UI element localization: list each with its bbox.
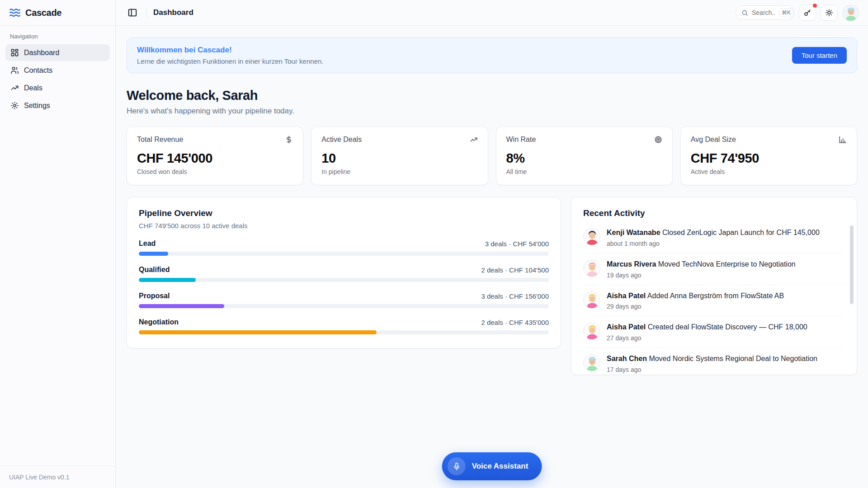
stat-label: Active Deals <box>321 136 362 144</box>
stat-card-win-rate: Win Rate 8% All time <box>496 127 673 185</box>
header-actions: ⌘K <box>736 5 859 21</box>
stat-card-avg-deal-size: Avg Deal Size CHF 74'950 Active deals <box>680 127 857 185</box>
avatar <box>583 228 600 245</box>
activity-item[interactable]: Kenji Watanabe Closed ZenLogic Japan Lau… <box>583 222 845 253</box>
pipeline-subtitle: CHF 749'500 across 10 active deals <box>139 222 549 230</box>
sidebar-item-settings[interactable]: Settings <box>5 97 110 114</box>
sidebar-item-contacts[interactable]: Contacts <box>5 62 110 79</box>
banner-subtitle: Lerne die wichtigsten Funktionen in eine… <box>137 57 323 65</box>
stat-card-active-deals: Active Deals 10 In pipeline <box>311 127 488 185</box>
nav-section-label: Navigation <box>5 33 110 40</box>
voice-assistant-button[interactable]: Voice Assistant <box>442 452 542 480</box>
stat-value: CHF 145'000 <box>137 151 293 166</box>
avatar <box>583 354 600 371</box>
stage-bar-track <box>139 330 549 334</box>
activity-item[interactable]: Aisha Patel Added Anna Bergström from Fl… <box>583 285 845 317</box>
pipeline-overview-card: Pipeline Overview CHF 749'500 across 10 … <box>127 197 561 348</box>
search-input[interactable] <box>752 9 775 16</box>
voice-assistant-label: Voice Assistant <box>472 462 528 471</box>
activity-scrollbar-thumb[interactable] <box>850 225 854 304</box>
stage-label: Qualified <box>139 266 170 274</box>
stat-caption: Closed won deals <box>137 168 293 175</box>
panels-row: Pipeline Overview CHF 749'500 across 10 … <box>127 197 857 375</box>
sidebar: Cascade Navigation Dashboard Contacts <box>0 0 116 488</box>
activity-action: Created deal FlowState Discovery — CHF 1… <box>648 323 807 331</box>
stage-meta: 3 deals · CHF 156'000 <box>481 292 549 300</box>
onboarding-banner: Willkommen bei Cascade! Lerne die wichti… <box>127 38 857 73</box>
stat-value: 8% <box>506 151 662 166</box>
activity-text: Sarah Chen Moved Nordic Systems Regional… <box>607 354 817 364</box>
panel-left-icon <box>127 8 137 18</box>
stage-meta: 2 deals · CHF 435'000 <box>481 319 549 326</box>
app-logo: Cascade <box>0 0 115 26</box>
stat-caption: Active deals <box>691 168 847 175</box>
activity-action: Moved Nordic Systems Regional Deal to Ne… <box>649 355 817 362</box>
avatar <box>583 260 600 277</box>
activity-time: 29 days ago <box>607 303 784 310</box>
banner-title: Willkommen bei Cascade! <box>137 46 323 55</box>
sidebar-item-deals[interactable]: Deals <box>5 80 110 96</box>
user-avatar[interactable] <box>842 5 859 21</box>
activity-text: Marcus Rivera Moved TechNova Enterprise … <box>607 260 796 269</box>
activity-action: Moved TechNova Enterprise to Negotiation <box>658 260 796 268</box>
activity-time: 17 days ago <box>607 366 817 373</box>
app-name: Cascade <box>25 8 61 18</box>
grid-icon <box>10 48 19 57</box>
stage-meta: 2 deals · CHF 104'500 <box>481 266 549 274</box>
dashboard-content: Willkommen bei Cascade! Lerne die wichti… <box>116 26 868 488</box>
target-icon <box>654 136 662 144</box>
gear-icon <box>10 101 19 110</box>
activity-user: Aisha Patel <box>607 323 646 331</box>
stat-label: Total Revenue <box>137 136 183 144</box>
stat-caption: In pipeline <box>321 168 477 175</box>
api-key-button[interactable] <box>799 5 816 21</box>
search-box[interactable]: ⌘K <box>736 5 794 20</box>
sidebar-item-dashboard[interactable]: Dashboard <box>5 44 110 61</box>
stat-card-total-revenue: Total Revenue CHF 145'000 Closed won dea… <box>127 127 303 185</box>
activity-user: Aisha Patel <box>607 292 646 300</box>
pipeline-stage-lead: Lead 3 deals · CHF 54'000 <box>139 239 549 256</box>
activity-time: about 1 month ago <box>607 240 820 247</box>
activity-text: Aisha Patel Added Anna Bergström from Fl… <box>607 291 784 301</box>
search-icon <box>741 9 748 16</box>
avatar <box>583 291 600 309</box>
pipeline-stage-negotiation: Negotiation 2 deals · CHF 435'000 <box>139 318 549 334</box>
stage-bar-track <box>139 252 549 256</box>
activity-item[interactable]: Aisha Patel Created deal FlowState Disco… <box>583 316 845 348</box>
notification-dot <box>813 4 817 8</box>
stat-caption: All time <box>506 168 662 175</box>
key-icon <box>803 9 811 17</box>
pipeline-stage-qualified: Qualified 2 deals · CHF 104'500 <box>139 266 549 282</box>
app-version-label: UIAP Live Demo v0.1 <box>0 466 115 488</box>
activity-time: 27 days ago <box>607 334 807 342</box>
stats-row: Total Revenue CHF 145'000 Closed won dea… <box>127 127 857 185</box>
stat-label: Avg Deal Size <box>691 136 736 144</box>
stage-bar-fill <box>139 304 224 308</box>
activity-item[interactable]: Marcus Rivera Moved TechNova Enterprise … <box>583 253 845 285</box>
stat-value: 10 <box>321 151 477 166</box>
activity-user: Sarah Chen <box>607 355 647 362</box>
theme-toggle-button[interactable] <box>821 5 838 21</box>
sidebar-item-label: Contacts <box>24 66 52 75</box>
welcome-subtitle: Here's what's happening with your pipeli… <box>127 107 857 116</box>
sidebar-toggle-button[interactable] <box>125 5 140 20</box>
stage-label: Lead <box>139 239 156 248</box>
activity-text: Aisha Patel Created deal FlowState Disco… <box>607 323 807 332</box>
stage-meta: 3 deals · CHF 54'000 <box>485 240 549 248</box>
avatar <box>583 323 600 340</box>
welcome-section: Welcome back, Sarah Here's what's happen… <box>127 88 857 116</box>
search-shortcut-badge: ⌘K <box>779 8 793 17</box>
recent-activity-card: Recent Activity Kenji Watanabe Closed Ze… <box>571 197 857 375</box>
stage-bar-track <box>139 304 549 308</box>
stat-label: Win Rate <box>506 136 536 144</box>
stat-value: CHF 74'950 <box>691 151 847 166</box>
sidebar-item-label: Dashboard <box>24 49 59 57</box>
activity-item[interactable]: Sarah Chen Moved Nordic Systems Regional… <box>583 348 845 375</box>
start-tour-button[interactable]: Tour starten <box>792 47 847 64</box>
bar-chart-icon <box>839 136 847 144</box>
stage-bar-fill <box>139 278 196 282</box>
stage-label: Negotiation <box>139 318 179 326</box>
top-header: Dashboard ⌘K <box>116 0 868 26</box>
main-area: Dashboard ⌘K <box>116 0 868 488</box>
pipeline-title: Pipeline Overview <box>139 208 549 218</box>
